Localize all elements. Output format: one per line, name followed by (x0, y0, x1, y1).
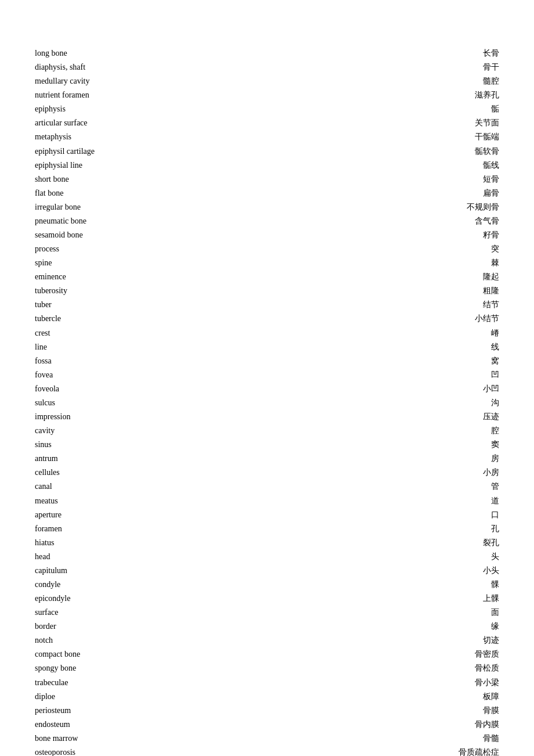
chinese-term: 切迹 (483, 633, 499, 647)
vocab-row: epiphysis骺 (35, 102, 499, 116)
vocab-row: foramen孔 (35, 522, 499, 536)
english-term: sinus (35, 438, 209, 452)
english-term: sesamoid bone (35, 228, 209, 242)
chinese-term: 骨松质 (475, 661, 499, 675)
english-term: antrum (35, 452, 209, 466)
vocab-row: crest嵴 (35, 326, 499, 340)
chinese-term: 孔 (491, 522, 499, 536)
chinese-term: 凹 (491, 368, 499, 382)
chinese-term: 突 (491, 242, 499, 256)
chinese-term: 骨膜 (483, 704, 499, 718)
chinese-term: 头 (491, 550, 499, 564)
english-term: pneumatic bone (35, 214, 209, 228)
chinese-term: 扁骨 (483, 186, 499, 200)
chinese-term: 骨密质 (475, 647, 499, 661)
vocab-row: eminence隆起 (35, 270, 499, 284)
vocab-row: osteoporosis骨质疏松症 (35, 746, 499, 756)
english-term: tuber (35, 298, 209, 312)
english-term: epiphysial line (35, 159, 209, 172)
vocab-row: epiphysial line骺线 (35, 159, 499, 172)
chinese-term: 裂孔 (483, 536, 499, 550)
vocab-row: tuberosity粗隆 (35, 284, 499, 298)
chinese-term: 骨内膜 (475, 718, 499, 732)
vocab-row: long bone长骨 (35, 46, 499, 60)
english-term: epiphysis (35, 102, 209, 116)
chinese-term: 道 (491, 494, 499, 508)
chinese-term: 窝 (491, 354, 499, 368)
english-term: eminence (35, 270, 209, 284)
chinese-term: 干骺端 (475, 130, 499, 144)
english-term: capitulum (35, 564, 209, 578)
vocab-row: tuber结节 (35, 298, 499, 312)
vocab-row: hiatus裂孔 (35, 536, 499, 550)
english-term: line (35, 340, 209, 354)
vocab-row: sulcus沟 (35, 396, 499, 410)
chinese-term: 含气骨 (475, 214, 499, 228)
english-term: spine (35, 256, 209, 270)
vocab-row: bone marrow骨髓 (35, 732, 499, 746)
chinese-term: 髁 (491, 578, 499, 592)
chinese-term: 骨髓 (483, 732, 499, 746)
vocab-row: trabeculae骨小梁 (35, 676, 499, 690)
english-term: foveola (35, 382, 209, 396)
english-term: surface (35, 606, 209, 620)
english-term: epiphysil cartilage (35, 145, 209, 159)
chinese-term: 房 (491, 452, 499, 466)
vocab-row: medullary cavity髓腔 (35, 74, 499, 88)
english-term: meatus (35, 494, 209, 508)
vocab-row: nutrient foramen滋养孔 (35, 88, 499, 102)
vocab-row: cellules小房 (35, 466, 499, 480)
english-term: tubercle (35, 312, 209, 326)
english-term: spongy bone (35, 661, 209, 675)
chinese-term: 小结节 (475, 312, 499, 326)
english-term: condyle (35, 578, 209, 592)
chinese-term: 长骨 (483, 46, 499, 60)
chinese-term: 骨小梁 (475, 676, 499, 690)
chinese-term: 骨质疏松症 (459, 746, 499, 756)
english-term: metaphysis (35, 130, 209, 144)
english-term: compact bone (35, 647, 209, 661)
vocab-row: foveola小凹 (35, 382, 499, 396)
english-term: foramen (35, 522, 209, 536)
chinese-term: 小凹 (483, 382, 499, 396)
chinese-term: 线 (491, 340, 499, 354)
english-term: crest (35, 326, 209, 340)
english-term: epicondyle (35, 592, 209, 606)
vocab-row: tubercle小结节 (35, 312, 499, 326)
vocab-row: sinus窦 (35, 438, 499, 452)
english-term: process (35, 242, 209, 256)
chinese-term: 结节 (483, 298, 499, 312)
english-term: periosteum (35, 704, 209, 718)
english-term: cellules (35, 466, 209, 480)
english-term: cavity (35, 424, 209, 438)
chinese-term: 骺 (491, 102, 499, 116)
english-term: border (35, 620, 209, 633)
chinese-term: 骨干 (483, 60, 499, 74)
chinese-term: 关节面 (475, 116, 499, 130)
chinese-term: 压迹 (483, 410, 499, 424)
english-term: notch (35, 633, 209, 647)
vocab-row: compact bone骨密质 (35, 647, 499, 661)
vocab-row: fovea凹 (35, 368, 499, 382)
english-term: aperture (35, 508, 209, 522)
vocab-row: head头 (35, 550, 499, 564)
vocab-row: periosteum骨膜 (35, 704, 499, 718)
english-term: hiatus (35, 536, 209, 550)
english-term: head (35, 550, 209, 564)
vocab-row: short bone短骨 (35, 172, 499, 186)
english-term: bone marrow (35, 732, 209, 746)
chinese-term: 隆起 (483, 270, 499, 284)
vocab-row: meatus道 (35, 494, 499, 508)
english-term: osteoporosis (35, 746, 209, 756)
chinese-term: 不规则骨 (467, 200, 499, 214)
vocab-row: border缘 (35, 620, 499, 633)
english-term: articular surface (35, 116, 209, 130)
english-term: fovea (35, 368, 209, 382)
vocab-row: fossa窝 (35, 354, 499, 368)
english-term: endosteum (35, 718, 209, 732)
chinese-term: 缘 (491, 620, 499, 633)
english-term: fossa (35, 354, 209, 368)
vocab-row: condyle髁 (35, 578, 499, 592)
english-term: medullary cavity (35, 74, 209, 88)
vocab-row: epiphysil cartilage骺软骨 (35, 145, 499, 159)
